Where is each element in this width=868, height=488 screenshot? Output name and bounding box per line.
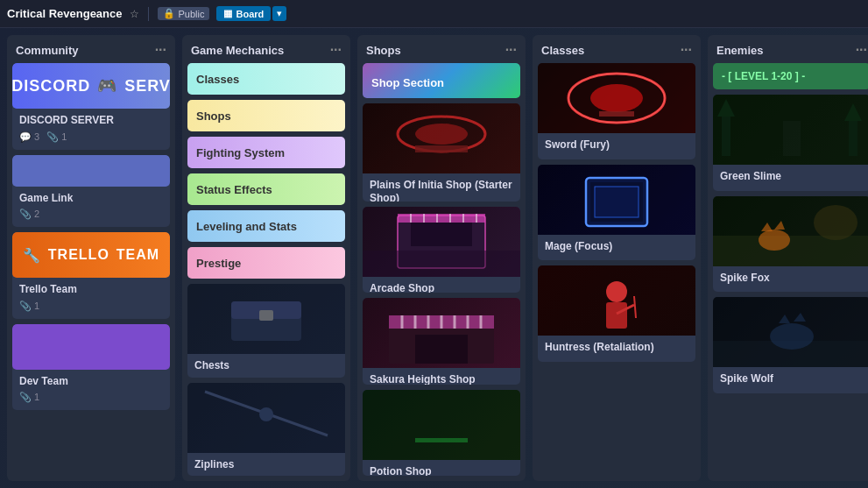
card-mage[interactable]: Mage (Focus) — [538, 165, 695, 261]
slime-title: Green Slime — [720, 170, 864, 184]
card-plains-shop[interactable]: Plains Of Initia Shop (Starter Shop) — [363, 103, 520, 202]
svg-rect-12 — [411, 220, 472, 246]
column-header-community: Community ··· — [7, 35, 175, 63]
sakura-title: Sakura Heights Shop — [370, 373, 513, 384]
fox-title: Spike Fox — [720, 272, 864, 286]
wolf-image — [713, 297, 868, 367]
slime-image — [713, 95, 868, 165]
sakura-image — [363, 298, 520, 368]
wolf-title: Spike Wolf — [720, 372, 864, 386]
card-green-slime[interactable]: Green Slime — [713, 95, 868, 191]
card-shops[interactable]: Shops — [187, 100, 345, 131]
star-icon[interactable]: ☆ — [130, 8, 139, 20]
column-classes: Classes ··· Sword (Fury) — [533, 35, 701, 481]
lock-icon: 🔒 — [163, 8, 175, 19]
column-menu-shops[interactable]: ··· — [505, 42, 517, 58]
card-spike-fox[interactable]: Spike Fox — [713, 196, 868, 293]
column-game-mechanics: Game Mechanics ··· Classes Shops Fightin… — [182, 35, 350, 481]
svg-rect-55 — [713, 236, 868, 266]
board-btn-group[interactable]: ▦ Board ▾ — [216, 6, 286, 21]
card-shop-section[interactable]: Shop Section — [363, 63, 520, 98]
svg-rect-36 — [599, 111, 634, 117]
discord-icon2: 🎮 — [97, 76, 117, 95]
mage-image — [538, 165, 695, 235]
board-button[interactable]: ▦ Board — [216, 6, 271, 21]
board-title: Critical Revengeance — [7, 7, 123, 20]
card-leveling-stats[interactable]: Leveling and Stats — [187, 210, 345, 242]
svg-rect-53 — [783, 121, 801, 156]
attach-icon: 📎 2 — [19, 209, 39, 220]
card-sakura-shop[interactable]: Sakura Heights Shop — [363, 298, 520, 384]
card-sword[interactable]: Sword (Fury) — [538, 63, 695, 159]
card-discord-server[interactable]: ⊕ DISCORD 🎮 SERVER DISCORD SERVER 💬 3 📎 … — [12, 63, 170, 150]
card-ziplines[interactable]: Ziplines — [187, 383, 345, 477]
card-spike-wolf[interactable]: Spike Wolf — [713, 297, 868, 393]
svg-rect-31 — [363, 390, 520, 460]
board-dropdown-chevron[interactable]: ▾ — [272, 6, 286, 21]
trello-card-title: Trello Team — [19, 283, 163, 297]
column-menu-game-mechanics[interactable]: ··· — [330, 42, 342, 58]
column-menu-classes[interactable]: ··· — [681, 42, 692, 58]
card-fighting-system[interactable]: Fighting System — [187, 137, 345, 168]
column-header-classes: Classes ··· — [533, 35, 701, 63]
svg-point-44 — [606, 281, 627, 302]
card-status-effects[interactable]: Status Effects — [187, 173, 345, 205]
column-body-classes: Sword (Fury) Mage (F — [533, 63, 701, 481]
column-shops: Shops ··· Shop Section — [357, 35, 526, 481]
chests-image — [187, 284, 345, 354]
topbar: Critical Revengeance ☆ 🔒 Public ▦ Board … — [0, 0, 868, 28]
potion-image — [363, 390, 520, 460]
column-body-enemies: - [ LEVEL 1-20 ] - Green Slim — [708, 63, 868, 481]
svg-rect-13 — [363, 251, 520, 277]
svg-point-57 — [759, 230, 790, 251]
svg-point-62 — [770, 323, 814, 350]
svg-rect-49 — [722, 112, 730, 156]
svg-rect-45 — [606, 302, 627, 329]
public-badge: 🔒 Public — [158, 7, 210, 20]
card-level-range[interactable]: - [ LEVEL 1-20 ] - — [713, 63, 868, 89]
plains-title: Plains Of Initia Shop (Starter Shop) — [370, 179, 513, 202]
card-dev-team[interactable]: Dev Team 📎 1 — [12, 324, 170, 411]
comment-icon: 💬 3 — [19, 131, 39, 143]
discord-card-title: DISCORD SERVER — [19, 114, 163, 128]
board: Community ··· ⊕ DISCORD 🎮 SERVER DISCORD… — [0, 28, 868, 488]
svg-point-35 — [590, 84, 643, 112]
sword-title: Sword (Fury) — [545, 138, 688, 152]
trello-card-meta: 📎 1 — [19, 301, 163, 312]
plains-image — [363, 103, 520, 173]
game-link-meta: 📎 2 — [19, 209, 163, 220]
sword-image — [538, 63, 695, 133]
svg-rect-30 — [415, 335, 468, 364]
column-menu-community[interactable]: ··· — [155, 42, 166, 58]
card-huntress[interactable]: Huntress (Retaliation) — [538, 265, 695, 362]
discord-label: DISCORD — [12, 77, 90, 95]
card-trello-team[interactable]: 🔧 TRELLO TEAM Trello Team 📎 1 — [12, 232, 170, 319]
ziplines-title: Ziplines — [194, 458, 338, 472]
svg-rect-10 — [363, 103, 520, 173]
arcade-image — [363, 207, 520, 277]
svg-rect-32 — [415, 438, 468, 442]
column-body-community: ⊕ DISCORD 🎮 SERVER DISCORD SERVER 💬 3 📎 … — [7, 63, 175, 481]
card-classes[interactable]: Classes — [187, 63, 345, 95]
trello-team-text: TEAM — [116, 247, 159, 263]
card-game-link[interactable]: Game Link 📎 2 — [12, 155, 170, 228]
dev-team-title: Dev Team — [19, 375, 163, 389]
column-community: Community ··· ⊕ DISCORD 🎮 SERVER DISCORD… — [7, 35, 175, 481]
grid-icon: ▦ — [223, 8, 232, 19]
column-body-shops: Shop Section Plains Of Initia Shop (Star… — [357, 63, 526, 481]
fox-image — [713, 196, 868, 266]
trello-icon: 🔧 — [23, 247, 41, 264]
arcade-title: Arcade Shop — [370, 282, 513, 293]
card-arcade-shop[interactable]: Arcade Shop — [363, 207, 520, 293]
attach-icon: 📎 1 — [19, 301, 39, 312]
column-body-game-mechanics: Classes Shops Fighting System Status Eff… — [182, 63, 350, 481]
potion-title: Potion Shop — [370, 465, 513, 476]
column-menu-enemies[interactable]: ··· — [856, 42, 867, 58]
game-link-title: Game Link — [19, 192, 163, 206]
svg-rect-3 — [187, 284, 345, 354]
card-prestige[interactable]: Prestige — [187, 247, 345, 279]
column-header-game-mechanics: Game Mechanics ··· — [182, 35, 350, 63]
card-potion-shop[interactable]: Potion Shop — [363, 390, 520, 476]
trello-text: TRELLO — [48, 247, 109, 263]
card-chests[interactable]: Chests — [187, 284, 345, 378]
